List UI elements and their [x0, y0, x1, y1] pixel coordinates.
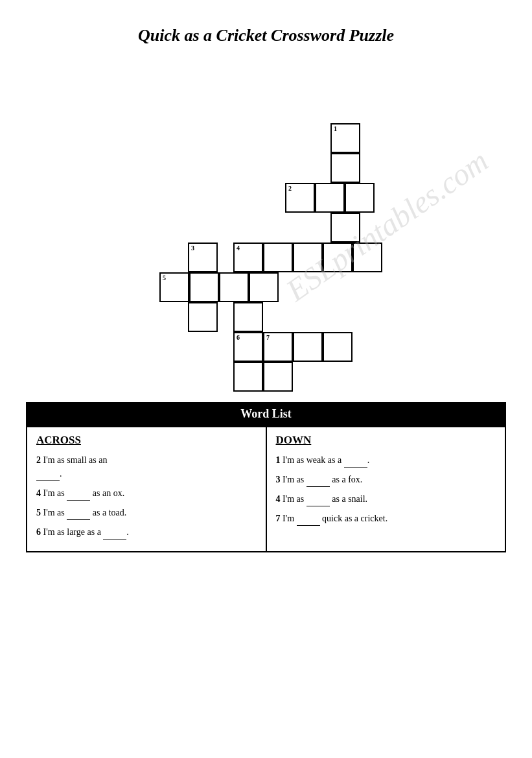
cell-5-r3 — [249, 272, 279, 302]
cell-6-r3 — [323, 332, 353, 362]
clue-across-5: 5 I'm as as a toad. — [36, 506, 257, 520]
down-column: DOWN 1 I'm as weak as a . 3 I'm as as a … — [267, 426, 507, 552]
cell-5-r2 — [219, 272, 249, 302]
cell-1-r3 — [330, 213, 360, 243]
clue-down-7: 7 I'm quick as a cricket. — [276, 512, 496, 526]
cell-6-r2 — [293, 332, 323, 362]
cell-6-r0: 6 — [233, 332, 263, 362]
cell-7-r0: 7 — [263, 332, 293, 362]
cell-1-r1 — [330, 153, 360, 183]
cell-4a-r2 — [293, 243, 323, 272]
cell-5-r0: 5 — [159, 272, 189, 302]
watermark: ESLprintables.com — [280, 143, 495, 308]
clue-across-6: 6 I'm as large as a . — [36, 525, 257, 539]
clue-across-2: 2 I'm as small as an . — [36, 453, 257, 481]
cell-4d-r3 — [233, 362, 263, 392]
cell-4a-r4 — [353, 243, 382, 272]
cell-4a-r0: 4 — [233, 243, 263, 272]
across-column: ACROSS 2 I'm as small as an . 4 I'm as a… — [26, 426, 267, 552]
cell-1-r0: 1 — [330, 123, 360, 153]
cell-3-r2 — [188, 302, 218, 332]
cell-2-r2 — [345, 183, 375, 213]
clue-down-1: 1 I'm as weak as a . — [276, 453, 496, 468]
clue-across-4: 4 I'm as as an ox. — [36, 486, 257, 501]
clue-down-4: 4 I'm as as a snail. — [276, 492, 496, 506]
word-list-header: Word List — [26, 402, 506, 426]
cell-7-r1 — [263, 362, 293, 392]
clues-section: ACROSS 2 I'm as small as an . 4 I'm as a… — [26, 426, 506, 552]
down-heading: DOWN — [276, 434, 496, 447]
cell-3-r0: 3 — [188, 243, 218, 272]
cell-5-r1 — [189, 272, 219, 302]
crossword-grid: 1 2 3 4 5 6 7 ESLprintables.c — [0, 65, 532, 389]
cell-2-r0: 2 — [285, 183, 315, 213]
across-heading: ACROSS — [36, 434, 257, 447]
page-title: Quick as a Cricket Crossword Puzzle — [0, 26, 532, 45]
cell-4d-r1 — [233, 302, 263, 332]
cell-4a-r3 — [323, 243, 353, 272]
cell-2-r1 — [315, 183, 345, 213]
clue-down-3: 3 I'm as as a fox. — [276, 473, 496, 487]
cell-4a-r1 — [263, 243, 293, 272]
